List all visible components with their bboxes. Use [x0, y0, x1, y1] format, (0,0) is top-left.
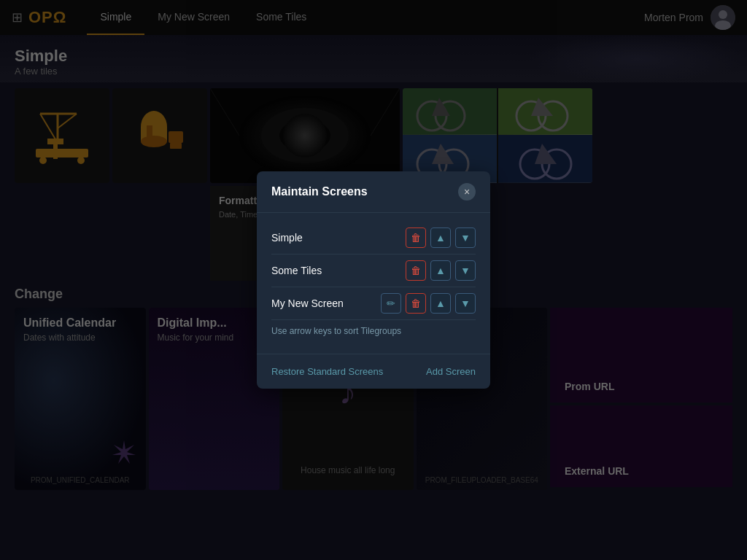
modal-screen-row-simple: Simple 🗑 ▲ ▼: [271, 222, 476, 254]
screen-actions-some-tiles: 🗑 ▲ ▼: [406, 260, 476, 281]
maintain-screens-modal: Maintain Screens × Simple 🗑 ▲ ▼ Some Til…: [257, 171, 490, 389]
delete-screen-my-new-screen[interactable]: 🗑: [406, 293, 426, 314]
modal-overlay[interactable]: Maintain Screens × Simple 🗑 ▲ ▼ Some Til…: [0, 0, 747, 560]
screen-actions-simple: 🗑 ▲ ▼: [406, 228, 476, 248]
restore-standard-screens-button[interactable]: Restore Standard Screens: [271, 363, 383, 380]
screen-name-my-new-screen: My New Screen: [271, 298, 344, 309]
modal-hint: Use arrow keys to sort Tilegroups: [271, 320, 476, 345]
down-screen-my-new-screen[interactable]: ▼: [455, 293, 476, 314]
screen-name-some-tiles: Some Tiles: [271, 265, 322, 276]
up-screen-my-new-screen[interactable]: ▲: [430, 293, 451, 314]
modal-footer: Restore Standard Screens Add Screen: [257, 354, 490, 389]
modal-title: Maintain Screens: [271, 185, 368, 198]
modal-body: Simple 🗑 ▲ ▼ Some Tiles 🗑 ▲ ▼ My New Scr…: [257, 213, 490, 354]
screen-name-simple: Simple: [271, 232, 303, 244]
add-screen-button[interactable]: Add Screen: [426, 363, 476, 380]
modal-screen-row-some-tiles: Some Tiles 🗑 ▲ ▼: [271, 254, 476, 287]
delete-screen-some-tiles[interactable]: 🗑: [406, 260, 426, 281]
modal-screen-row-my-new-screen: My New Screen ✏ 🗑 ▲ ▼: [271, 287, 476, 320]
down-screen-some-tiles[interactable]: ▼: [455, 260, 476, 281]
up-screen-some-tiles[interactable]: ▲: [430, 260, 451, 281]
screen-actions-my-new-screen: ✏ 🗑 ▲ ▼: [381, 293, 476, 314]
modal-header: Maintain Screens ×: [257, 171, 490, 213]
down-screen-simple[interactable]: ▼: [455, 228, 476, 248]
edit-screen-my-new-screen[interactable]: ✏: [381, 293, 401, 314]
modal-close-button[interactable]: ×: [458, 183, 476, 201]
delete-screen-simple[interactable]: 🗑: [406, 228, 426, 248]
up-screen-simple[interactable]: ▲: [430, 228, 451, 248]
